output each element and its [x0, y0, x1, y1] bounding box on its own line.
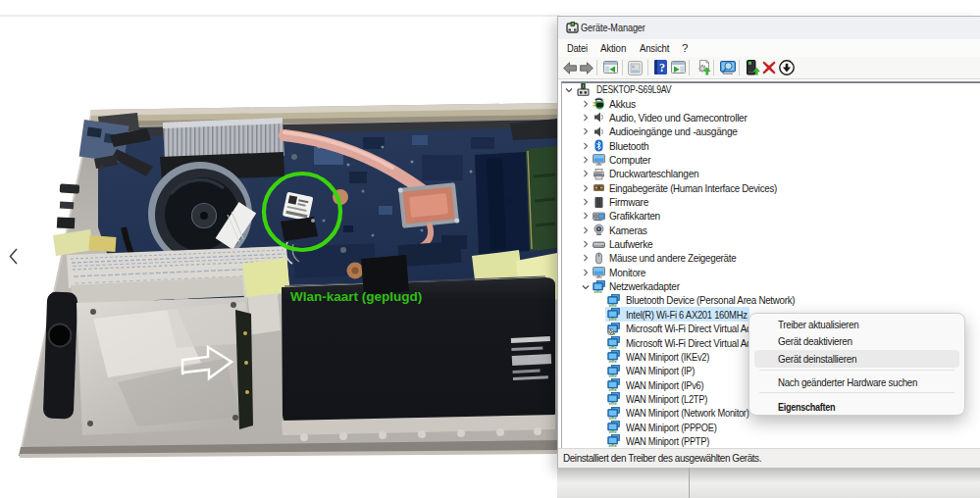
svg-text:Wlan-kaart (geplugd): Wlan-kaart (geplugd)	[290, 289, 422, 304]
svg-text:?: ?	[659, 61, 665, 75]
